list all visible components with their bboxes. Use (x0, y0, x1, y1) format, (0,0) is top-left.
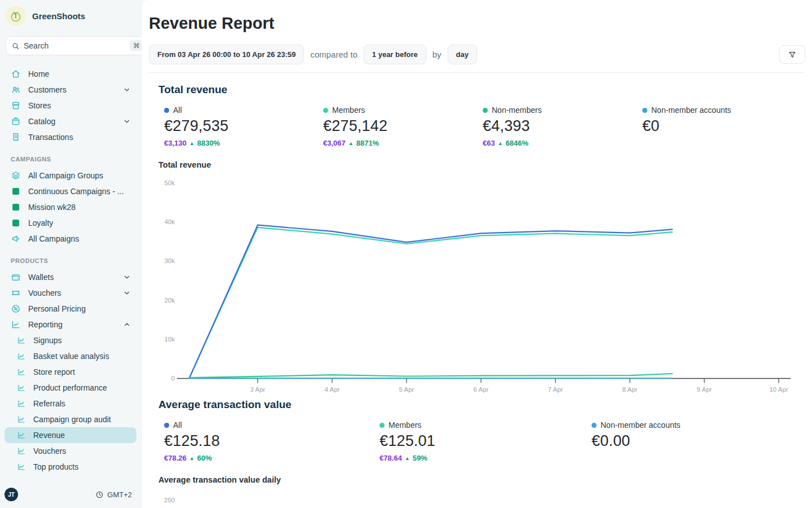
report-controls: From 03 Apr 26 00:00 to 10 Apr 26 23:59 … (149, 45, 805, 64)
sidebar-item-all-campaigns[interactable]: All Campaigns (5, 231, 136, 247)
stat-label-text: Members (332, 106, 365, 115)
campaign-square-icon (12, 220, 19, 226)
sidebar-item-basket-value-analysis[interactable]: Basket value analysis (5, 348, 136, 364)
y-axis-label: 40k (164, 218, 175, 225)
search-input-wrap[interactable]: ⌘ K (6, 36, 141, 55)
store-icon (11, 100, 21, 111)
sidebar-item-loyalty[interactable]: Loyalty (5, 215, 136, 231)
sidebar-item-continuous-campaigns[interactable]: Continuous Campaigns - ... (5, 183, 136, 199)
stat-label-text: Non-member accounts (651, 106, 731, 115)
greenshoots-logo-icon (6, 6, 26, 26)
delta-previous-value: €78.26 (164, 454, 187, 462)
x-axis-label: 7 Apr (548, 386, 563, 393)
x-axis-label: 3 Apr (250, 386, 266, 393)
sidebar-item-wallets[interactable]: Wallets (5, 269, 136, 285)
series-dot-icon (323, 108, 328, 113)
x-axis-label: 6 Apr (474, 386, 489, 393)
delta-previous-value: €3,067 (323, 139, 346, 147)
delta-percent: 60% (197, 454, 212, 462)
chart-icon (17, 352, 26, 361)
sidebar-item-stores[interactable]: Stores (5, 98, 136, 113)
stat-label: Non-member accounts (592, 421, 805, 430)
sidebar-item-label: Product performance (33, 383, 107, 392)
stat-delta: €3,130▲8830% (164, 139, 323, 147)
sidebar-item-mission-wk28[interactable]: Mission wk28 (5, 199, 136, 215)
stat-label: Non-member accounts (642, 106, 805, 115)
delta-percent: 8871% (356, 139, 379, 147)
page-title: Revenue Report (149, 14, 805, 33)
stat-members: Members€125.01€78.64▲59% (379, 421, 592, 462)
sidebar-item-label: Revenue (33, 431, 65, 440)
timezone-indicator: GMT+2 (95, 491, 132, 499)
sidebar-item-campaign-group-audit[interactable]: Campaign group audit (5, 411, 136, 427)
sidebar-item-transactions[interactable]: Transactions (5, 129, 136, 145)
filter-button[interactable] (779, 45, 805, 64)
date-range-button[interactable]: From 03 Apr 26 00:00 to 10 Apr 26 23:59 (149, 45, 304, 64)
sidebar-item-top-products[interactable]: Top products (5, 459, 136, 475)
campaigns-section-title: CAMPAIGNS (11, 156, 141, 163)
sidebar-item-reporting[interactable]: Reporting (5, 317, 136, 332)
search-shortcut-badge: ⌘ K (130, 40, 141, 51)
sidebar-item-label: Customers (28, 85, 67, 94)
sidebar-item-store-report[interactable]: Store report (5, 364, 136, 380)
sidebar-item-all-campaign-groups[interactable]: All Campaign Groups (5, 168, 136, 183)
stat-label: Members (323, 106, 483, 115)
sidebar-item-label: Loyalty (28, 218, 53, 227)
sidebar-item-signups[interactable]: Signups (5, 332, 136, 348)
sidebar-item-referrals[interactable]: Referrals (5, 396, 136, 411)
stat-value: €125.18 (164, 432, 379, 450)
sidebar-item-revenue[interactable]: Revenue (5, 427, 136, 443)
stat-delta: €3,067▲8871% (323, 139, 483, 147)
x-axis-label: 10 Apr (769, 386, 788, 393)
delta-percent: 59% (413, 454, 427, 462)
x-axis-label: 9 Apr (697, 386, 712, 393)
compared-to-label: compared to (310, 50, 357, 59)
sidebar-item-label: All Campaign Groups (28, 171, 103, 180)
stat-value: €275,142 (323, 117, 483, 135)
sidebar-item-label: Continuous Campaigns - ... (28, 187, 124, 196)
sidebar-item-label: Vouchers (28, 288, 61, 297)
sidebar-item-personal-pricing[interactable]: Personal Pricing (5, 301, 136, 317)
delta-percent: 8830% (197, 139, 220, 147)
series-dot-icon (483, 108, 488, 113)
header-divider (149, 72, 805, 73)
comparison-button[interactable]: 1 year before (364, 45, 426, 64)
brand-name: GreenShoots (32, 11, 85, 21)
chart-icon (17, 415, 26, 424)
chart-icon (17, 399, 26, 408)
stat-all: All€279,535€3,130▲8830% (164, 106, 323, 147)
chevron-up-icon (123, 321, 131, 329)
layers-icon (11, 170, 21, 181)
user-avatar[interactable]: JT (5, 488, 18, 501)
search-input[interactable] (24, 41, 126, 50)
stat-value: €125.01 (379, 432, 592, 450)
series-dot-icon (164, 108, 169, 113)
avg-transaction-stats: All€125.18€78.26▲60%Members€125.01€78.64… (164, 421, 805, 462)
sidebar-item-customers[interactable]: Customers (5, 82, 136, 98)
sidebar-item-label: Reporting (28, 320, 63, 329)
sidebar-item-vouchers[interactable]: Vouchers (5, 443, 136, 459)
chart-icon (17, 336, 26, 345)
stat-label: Non-members (483, 106, 642, 115)
delta-up-arrow-icon: ▲ (189, 141, 195, 146)
sidebar-item-vouchers[interactable]: Vouchers (5, 285, 136, 301)
delta-previous-value: €78.64 (379, 454, 402, 462)
delta-up-arrow-icon: ▲ (348, 141, 354, 146)
stat-delta: €78.26▲60% (164, 454, 379, 462)
by-label: by (433, 50, 442, 59)
sidebar-item-label: Transactions (28, 133, 73, 142)
sidebar-item-label: Stores (28, 101, 51, 110)
sidebar-item-home[interactable]: Home (5, 66, 136, 82)
delta-previous-value: €63 (483, 139, 495, 147)
series-line-non-members (189, 374, 673, 378)
granularity-button[interactable]: day (448, 45, 477, 64)
timezone-label: GMT+2 (107, 491, 132, 499)
sidebar-item-catalog[interactable]: Catalog (5, 113, 136, 129)
sidebar-item-label: Referrals (33, 399, 65, 408)
sidebar-item-product-performance[interactable]: Product performance (5, 380, 136, 396)
series-dot-icon (592, 423, 597, 428)
sidebar-item-label: Catalog (28, 117, 55, 126)
megaphone-icon (11, 234, 21, 244)
total-revenue-chart-title: Total revenue (158, 160, 805, 169)
delta-previous-value: €3,130 (164, 139, 187, 147)
